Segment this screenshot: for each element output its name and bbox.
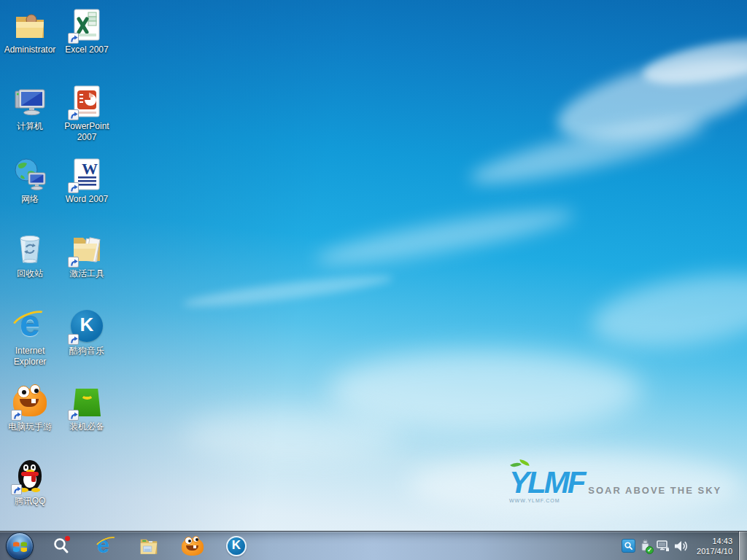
- desktop-icon-network[interactable]: 网络: [1, 157, 58, 205]
- computer-icon: [12, 84, 47, 119]
- tray-clock[interactable]: 14:43 2017/4/10: [697, 536, 732, 556]
- shortcut-arrow-icon: [68, 182, 79, 193]
- icon-label: 回收站: [1, 268, 58, 279]
- ylmf-watermark: YLMF WWW.YLMF.COM SOAR ABOVE THE SKY: [509, 468, 706, 510]
- shortcut-arrow-icon: [11, 484, 22, 495]
- icon-label: 激活工具: [58, 268, 115, 279]
- folder-icon: [69, 231, 104, 266]
- desktop-icon-word-2007[interactable]: W Word 2007: [58, 157, 115, 205]
- icon-label: 电脑玩手游: [1, 421, 58, 432]
- shortcut-arrow-icon: [11, 410, 22, 421]
- shopping-bag-icon: [69, 384, 104, 419]
- ylmf-slogan: SOAR ABOVE THE SKY: [588, 485, 721, 496]
- icon-label: 装机必备: [58, 421, 115, 432]
- cloud: [313, 200, 576, 274]
- ready-check-badge: ✓: [646, 546, 654, 554]
- taskbar-kugou-button[interactable]: K: [222, 532, 251, 560]
- desktop-icon-powerpoint-2007[interactable]: PowerPoint 2007: [58, 84, 115, 143]
- internet-explorer-icon: e: [12, 308, 47, 343]
- tray-usb-icon[interactable]: ✓: [637, 532, 654, 560]
- icon-label: 网络: [1, 194, 58, 205]
- desktop-icon-excel-2007[interactable]: Excel 2007: [58, 7, 115, 55]
- speaker-icon: [673, 540, 688, 553]
- network-icon: [12, 157, 47, 192]
- taskbar-ie-button[interactable]: e: [90, 532, 120, 560]
- windows-logo-icon: [12, 540, 28, 554]
- folder-icon: [138, 535, 160, 557]
- powerpoint-icon: [69, 84, 104, 119]
- icon-label: Administrator: [1, 44, 58, 55]
- internet-explorer-icon: e: [96, 535, 115, 557]
- desktop-wallpaper: Administrator 计算机: [0, 0, 747, 560]
- desktop-icon-activation-tool[interactable]: 激活工具: [58, 231, 115, 279]
- desktop-icon-administrator[interactable]: Administrator: [1, 7, 58, 55]
- excel-icon: [69, 7, 104, 42]
- search-icon: [624, 541, 633, 551]
- taskbar-search-button[interactable]: [47, 532, 76, 560]
- tray-volume-icon[interactable]: [672, 532, 689, 560]
- desktop-icon-recycle-bin[interactable]: 回收站: [1, 231, 58, 279]
- recycle-bin-icon: [12, 231, 47, 266]
- desktop-icon-internet-explorer[interactable]: e Internet Explorer: [1, 308, 58, 368]
- cloud: [182, 270, 395, 311]
- word-icon: W: [69, 157, 104, 192]
- monster-game-icon: [12, 384, 47, 419]
- desktop-icon-essential-software[interactable]: 装机必备: [58, 384, 115, 432]
- desktop-icon-computer[interactable]: 计算机: [1, 84, 58, 132]
- icon-label: Internet Explorer: [1, 346, 58, 368]
- start-button[interactable]: [6, 532, 34, 560]
- cloud: [587, 262, 747, 359]
- ylmf-logo: YLMF: [509, 468, 584, 497]
- taskbar-monster-game-button[interactable]: [178, 532, 207, 560]
- taskbar: e K: [0, 531, 747, 560]
- icon-label: 计算机: [1, 121, 58, 132]
- kugou-icon: K: [226, 536, 247, 556]
- icon-label: 酷狗音乐: [58, 346, 115, 357]
- show-desktop-button[interactable]: [738, 532, 747, 560]
- tray-network-icon[interactable]: [654, 532, 672, 560]
- icon-label: Word 2007: [58, 194, 115, 205]
- shortcut-arrow-icon: [68, 257, 79, 268]
- network-icon: [656, 540, 670, 553]
- tray-date: 2017/4/10: [697, 546, 732, 556]
- desktop-icon-tencent-qq[interactable]: 腾讯QQ: [1, 459, 58, 507]
- desktop-icon-pc-play-mobile-games[interactable]: 电脑玩手游: [1, 384, 58, 432]
- notification-dot: [65, 536, 70, 541]
- user-folder-icon: [12, 7, 47, 42]
- monster-game-icon: [182, 537, 204, 556]
- cloud: [182, 408, 401, 459]
- taskbar-explorer-button[interactable]: [134, 532, 163, 560]
- tray-search-icon[interactable]: [619, 532, 637, 560]
- shortcut-arrow-icon: [68, 410, 79, 421]
- icon-label: PowerPoint 2007: [58, 121, 115, 143]
- shortcut-arrow-icon: [68, 109, 79, 120]
- monster-eye: [18, 386, 30, 398]
- bag-handle: [81, 391, 93, 400]
- shortcut-arrow-icon: [68, 33, 79, 44]
- desktop-icon-kugou-music[interactable]: K 酷狗音乐: [58, 308, 115, 357]
- qq-penguin-icon: [12, 459, 47, 494]
- monster-eye: [30, 384, 40, 394]
- kugou-k-glyph: K: [69, 314, 104, 336]
- tray-time: 14:43: [697, 536, 732, 546]
- icon-label: Excel 2007: [58, 44, 115, 55]
- svg-text:W: W: [82, 160, 98, 178]
- icon-label: 腾讯QQ: [1, 496, 58, 507]
- kugou-icon: K: [69, 308, 104, 343]
- shortcut-arrow-icon: [68, 334, 79, 345]
